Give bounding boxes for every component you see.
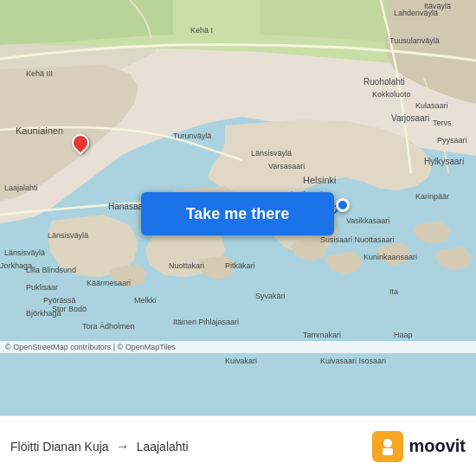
- svg-text:Pyysaari: Pyysaari: [437, 136, 467, 145]
- svg-text:Länsisväylä: Länsisväylä: [48, 231, 88, 240]
- svg-text:Varjosaari: Varjosaari: [391, 113, 429, 123]
- bottom-bar: Flöitti Dianan Kuja → Laajalahti moovit: [0, 415, 476, 476]
- svg-text:Tervs: Tervs: [433, 119, 452, 127]
- svg-text:Jorkhaga: Jorkhaga: [0, 261, 32, 270]
- svg-text:Kuninkaansaari: Kuninkaansaari: [363, 253, 417, 261]
- svg-text:Tora Ädholmen: Tora Ädholmen: [82, 322, 135, 331]
- svg-text:Pitkäkari: Pitkäkari: [225, 261, 255, 270]
- svg-text:Kuivasaari Isosaari: Kuivasaari Isosaari: [320, 357, 386, 365]
- pin-head: [68, 131, 93, 155]
- svg-text:Kokkoluoto: Kokkoluoto: [372, 90, 411, 99]
- svg-text:Tuusulanväylä: Tuusulanväylä: [389, 36, 440, 45]
- svg-text:Susisaari Nuottasaari: Susisaari Nuottasaari: [320, 235, 395, 244]
- svg-rect-52: [383, 448, 393, 455]
- svg-text:Pyörässä: Pyörässä: [43, 296, 76, 305]
- svg-text:Nuottakari: Nuottakari: [169, 261, 204, 270]
- svg-point-51: [383, 439, 392, 447]
- route-info: Flöitti Dianan Kuja → Laajalahti: [10, 439, 372, 454]
- svg-text:Melkki: Melkki: [134, 296, 157, 305]
- take-me-there-button[interactable]: Take me there: [141, 192, 334, 235]
- svg-text:Itäinen Pihlajasaari: Itäinen Pihlajasaari: [173, 318, 239, 326]
- svg-text:Ruoholahti: Ruoholahti: [363, 77, 405, 87]
- svg-text:Kehä I: Kehä I: [190, 26, 213, 35]
- svg-text:Itäväylä: Itäväylä: [424, 2, 451, 10]
- svg-text:Vasikkasaari: Vasikkasaari: [346, 216, 389, 225]
- moovit-text: moovit: [408, 436, 466, 456]
- svg-text:Kauniainen: Kauniainen: [16, 125, 63, 136]
- svg-text:Haap: Haap: [394, 331, 413, 339]
- route-from: Flöitti Dianan Kuja: [10, 440, 109, 453]
- destination-dot-marker: [336, 198, 350, 212]
- svg-text:Lilla Blindsund: Lilla Blindsund: [26, 266, 76, 274]
- svg-text:Länsisväylä: Länsisväylä: [251, 149, 292, 158]
- svg-text:Karinpäär: Karinpäär: [415, 192, 449, 201]
- svg-text:Laajalahti: Laajalahti: [4, 183, 38, 192]
- svg-text:Björkhaga: Björkhaga: [26, 309, 61, 318]
- svg-text:Länsisväylä: Länsisväylä: [4, 248, 45, 257]
- svg-text:Kuivakari: Kuivakari: [225, 357, 257, 365]
- svg-text:Hylkysaari: Hylkysaari: [424, 157, 464, 166]
- svg-text:Syvakäri: Syvakäri: [255, 292, 286, 300]
- svg-text:Helsinki: Helsinki: [303, 175, 337, 185]
- route-to: Laajalahti: [137, 440, 189, 453]
- map-attribution: © OpenStreetMap contributors | © OpenMap…: [0, 341, 476, 353]
- svg-text:Ita: Ita: [389, 287, 398, 296]
- svg-text:Tammakari: Tammakari: [303, 331, 341, 339]
- cta-button-label: Take me there: [186, 205, 290, 223]
- svg-text:Kulasaari: Kulasaari: [415, 101, 448, 110]
- moovit-logo: moovit: [372, 431, 466, 462]
- svg-text:Käärmesaari: Käärmesaari: [87, 279, 131, 287]
- svg-text:Puklisaar: Puklisaar: [26, 283, 58, 292]
- map-container: Kauniainen Kehä III Kehä I Turunväylä La…: [0, 0, 476, 415]
- moovit-icon: [372, 431, 403, 462]
- route-arrow-icon: →: [116, 439, 130, 454]
- origin-pin-marker: [72, 134, 89, 151]
- svg-text:Varsasaari: Varsasaari: [268, 162, 305, 170]
- attribution-text: © OpenStreetMap contributors | © OpenMap…: [5, 343, 176, 351]
- svg-text:Turunväylä: Turunväylä: [173, 132, 211, 140]
- svg-text:Kehä III: Kehä III: [26, 69, 53, 78]
